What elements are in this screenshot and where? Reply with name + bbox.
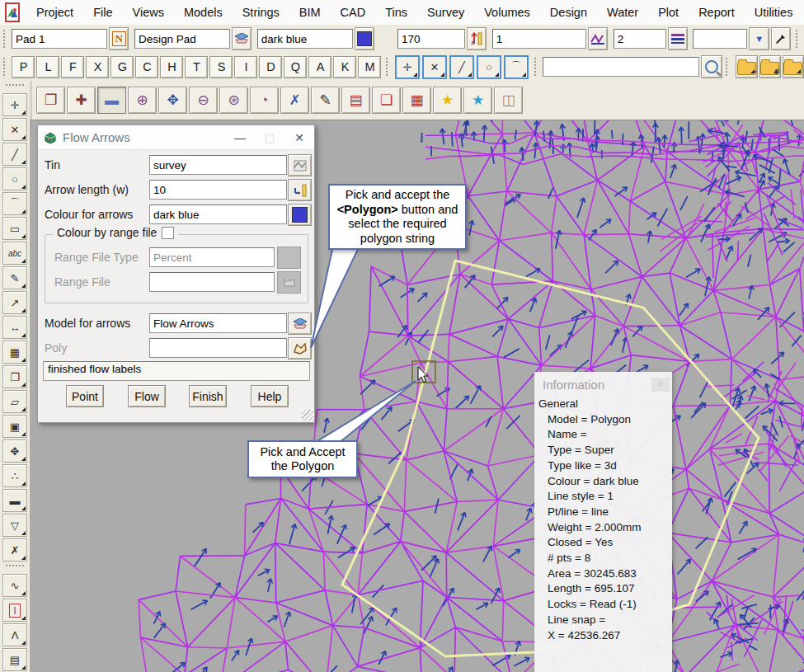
project-tools-button[interactable]: [783, 55, 804, 78]
close-icon[interactable]: ×: [651, 378, 670, 392]
line-tool-button[interactable]: ╱: [2, 143, 27, 166]
function-button-h[interactable]: H: [160, 56, 183, 78]
toolbar-grip[interactable]: [3, 58, 8, 76]
paint-tool-button[interactable]: ✎: [2, 266, 27, 289]
arc-tool-button[interactable]: ⌒: [2, 192, 27, 215]
function-button-s[interactable]: S: [209, 56, 233, 78]
profile-tool-button[interactable]: Λ: [2, 623, 27, 646]
minimize-icon[interactable]: —: [225, 131, 255, 144]
zoom-out-button[interactable]: ▬: [97, 87, 126, 114]
function-button-a[interactable]: A: [308, 56, 331, 78]
polygon-tool-button[interactable]: ▽: [2, 514, 27, 537]
menu-utilities[interactable]: Utilities: [745, 0, 803, 25]
function-button-f[interactable]: F: [61, 56, 84, 78]
range-file-browse-button[interactable]: [277, 271, 301, 294]
translate-tool-button[interactable]: ✥: [2, 439, 27, 463]
close-icon[interactable]: ✕: [284, 131, 314, 144]
toolbar-grip[interactable]: [3, 30, 8, 48]
copy-view-button[interactable]: ❏: [372, 87, 401, 114]
zoom-all-button[interactable]: ⊛: [219, 87, 248, 114]
pan-button[interactable]: ✥: [158, 87, 187, 114]
arc-snap-icon[interactable]: ⌒: [504, 55, 529, 79]
poly-input[interactable]: [149, 338, 287, 358]
information-titlebar[interactable]: Information ×: [534, 372, 672, 397]
increment-point-tool-button[interactable]: ∴: [2, 464, 27, 487]
sketch-tool-button[interactable]: ∿: [2, 574, 27, 597]
point-tool-button[interactable]: ✛: [2, 93, 27, 116]
function-button-x[interactable]: X: [86, 56, 109, 78]
tinable-dropdown-button[interactable]: ▼: [749, 27, 769, 50]
toolbar-grip[interactable]: [534, 58, 539, 76]
cross-tool-button[interactable]: ✕: [2, 118, 27, 141]
default-weight-input[interactable]: [614, 29, 666, 49]
linestyle-picker-button[interactable]: [588, 27, 608, 50]
range-checkbox[interactable]: [162, 227, 174, 239]
toggle-snaps-button[interactable]: ✗: [280, 87, 309, 114]
model-picker-button[interactable]: [288, 313, 312, 335]
maximize-icon[interactable]: ▢: [255, 131, 284, 144]
zoom-window-button[interactable]: ◔: [250, 87, 279, 114]
range-file-type-input[interactable]: [149, 247, 275, 267]
image-tool-button[interactable]: ▣: [2, 415, 27, 438]
circle-snap-icon[interactable]: ○: [477, 55, 501, 79]
window-layout-button[interactable]: ◫: [494, 87, 523, 114]
information-tool-button[interactable]: I: [2, 599, 27, 622]
flow-button[interactable]: Flow: [128, 385, 166, 407]
menu-bim[interactable]: BIM: [289, 0, 331, 25]
menu-design[interactable]: Design: [540, 0, 597, 25]
colour-picker-button[interactable]: [355, 27, 374, 50]
help-button[interactable]: Help: [251, 385, 289, 407]
redraw-brush-button[interactable]: ✎: [311, 87, 340, 114]
function-button-l[interactable]: L: [36, 56, 59, 78]
point-snap-icon[interactable]: ✛: [395, 55, 420, 79]
open-project-button[interactable]: ▪: [736, 55, 757, 78]
circle-tool-button[interactable]: ○: [2, 167, 27, 190]
range-file-input[interactable]: [149, 272, 275, 292]
shared-star-button[interactable]: ★: [463, 87, 492, 114]
point-arrow-tool-button[interactable]: ↗: [2, 291, 27, 314]
menu-water[interactable]: Water: [597, 0, 648, 25]
menu-project[interactable]: Project: [26, 0, 83, 25]
project-settings-button[interactable]: ⚙: [759, 55, 781, 78]
plot-button[interactable]: ▤: [341, 87, 370, 114]
function-button-g[interactable]: G: [110, 56, 134, 78]
line-snap-icon[interactable]: ╱: [449, 55, 474, 79]
menu-views[interactable]: Views: [123, 0, 174, 25]
rectangle-tool-button[interactable]: ▭: [2, 217, 27, 240]
menu-survey[interactable]: Survey: [417, 0, 474, 25]
trapezoid-tool-button[interactable]: ▱: [2, 390, 27, 413]
menu-cad[interactable]: CAD: [331, 0, 376, 25]
point-button[interactable]: Point: [66, 385, 104, 407]
toolbar-grip[interactable]: [726, 58, 731, 76]
model-for-arrows-input[interactable]: [149, 313, 287, 333]
colour-line-tool-button[interactable]: ▬: [2, 489, 27, 512]
arrow-length-input[interactable]: [149, 180, 287, 200]
function-button-d[interactable]: D: [259, 56, 282, 78]
default-linestyle-input[interactable]: [492, 29, 586, 49]
function-button-p[interactable]: P: [12, 56, 35, 78]
grid-tool-button[interactable]: ▦: [2, 341, 27, 364]
measure-tool-button[interactable]: ↔: [2, 316, 27, 339]
function-button-k[interactable]: K: [333, 56, 356, 78]
dialog-resize-grip[interactable]: [302, 410, 313, 421]
search-input[interactable]: [543, 57, 698, 77]
menu-models[interactable]: Models: [174, 0, 233, 25]
function-button-q[interactable]: Q: [284, 56, 307, 78]
model-picker-button[interactable]: [232, 27, 252, 50]
plan-view[interactable]: 12 Flow Arrows — ▢ ✕ Tin Arrow length (w…: [30, 120, 804, 672]
menu-strings[interactable]: Strings: [233, 0, 289, 25]
tinable-input[interactable]: [693, 29, 747, 49]
zoom-in-button[interactable]: ✚: [67, 87, 96, 114]
new-view-button[interactable]: ❐: [36, 87, 65, 114]
delete-tool-button[interactable]: ✗: [2, 538, 27, 562]
eyedropper-button[interactable]: [771, 27, 791, 50]
range-file-type-picker-button[interactable]: [277, 247, 301, 269]
poly-picker-button[interactable]: [288, 337, 312, 359]
toolbar-grip[interactable]: [796, 30, 801, 48]
cross-snap-icon[interactable]: ✕: [422, 55, 447, 79]
dialog-titlebar[interactable]: 12 Flow Arrows — ▢ ✕: [38, 125, 314, 150]
default-name-input[interactable]: [12, 29, 107, 49]
search-button[interactable]: [701, 55, 722, 78]
default-height-input[interactable]: [397, 29, 465, 49]
menu-report[interactable]: Report: [689, 0, 745, 25]
